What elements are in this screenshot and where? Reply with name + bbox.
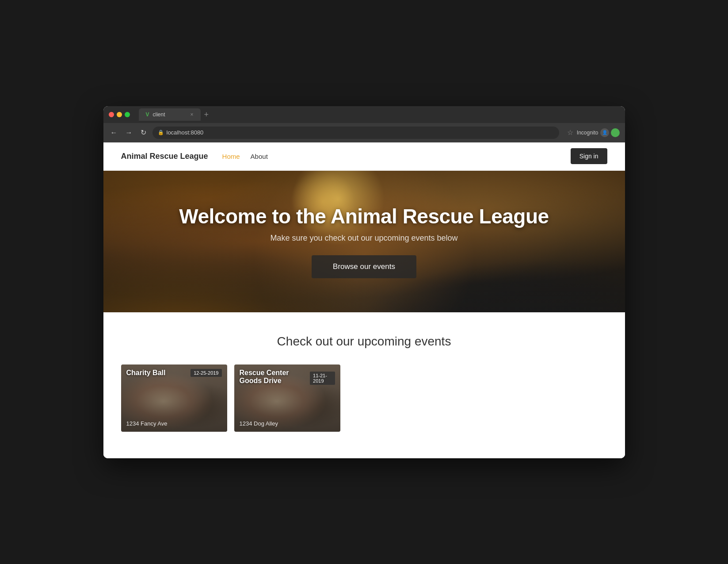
nav-link-home[interactable]: Home bbox=[222, 153, 240, 160]
incognito-label: Incognito bbox=[577, 130, 598, 136]
event-date-2: 11-21-2019 bbox=[310, 372, 335, 385]
events-grid: Charity Ball 12-25-2019 1234 Fancy Ave bbox=[121, 364, 607, 432]
event-top-row-1: Charity Ball 12-25-2019 bbox=[126, 369, 222, 377]
nav-left: Animal Rescue League Home About bbox=[121, 152, 268, 161]
tab-favicon-icon: V bbox=[146, 111, 149, 118]
maximize-button[interactable] bbox=[125, 112, 130, 117]
hero-title: Welcome to the Animal Rescue League bbox=[179, 204, 549, 228]
forward-button[interactable]: → bbox=[124, 127, 134, 138]
event-title-2: Rescue Center Goods Drive bbox=[240, 369, 310, 385]
event-address-1: 1234 Fancy Ave bbox=[126, 420, 168, 427]
refresh-button[interactable]: ↻ bbox=[139, 127, 148, 138]
minimize-button[interactable] bbox=[117, 112, 122, 117]
browser-tab[interactable]: V client × bbox=[139, 108, 201, 121]
site-logo: Animal Rescue League bbox=[121, 152, 208, 161]
website-content: Animal Rescue League Home About Sign in … bbox=[103, 142, 625, 458]
event-address-row-1: 1234 Fancy Ave bbox=[126, 419, 222, 427]
browser-titlebar: V client × + bbox=[103, 106, 625, 123]
event-card-goods-drive[interactable]: Rescue Center Goods Drive 11-21-2019 123… bbox=[234, 364, 340, 432]
event-top-row-2: Rescue Center Goods Drive 11-21-2019 bbox=[240, 369, 335, 385]
traffic-lights bbox=[109, 112, 130, 117]
address-bar[interactable]: 🔒 localhost:8080 bbox=[152, 127, 559, 139]
nav-link-about[interactable]: About bbox=[251, 153, 268, 160]
browser-window: V client × + ← → ↻ 🔒 localhost:8080 ☆ In… bbox=[103, 106, 625, 458]
hero-content: Welcome to the Animal Rescue League Make… bbox=[179, 204, 549, 278]
tab-title: client bbox=[153, 111, 165, 118]
event-date-1: 12-25-2019 bbox=[191, 369, 221, 377]
back-button[interactable]: ← bbox=[109, 127, 119, 138]
event-card-content-1: Charity Ball 12-25-2019 1234 Fancy Ave bbox=[121, 364, 227, 432]
events-heading: Check out our upcoming events bbox=[121, 334, 607, 349]
close-button[interactable] bbox=[109, 112, 114, 117]
hero-subtitle: Make sure you check out our upcoming eve… bbox=[179, 234, 549, 243]
url-display: localhost:8080 bbox=[167, 129, 204, 136]
incognito-area: Incognito 👤 bbox=[577, 128, 620, 137]
lock-icon: 🔒 bbox=[158, 130, 164, 135]
browse-events-button[interactable]: Browse our events bbox=[312, 255, 416, 278]
bookmark-icon[interactable]: ☆ bbox=[567, 128, 573, 137]
event-card-charity-ball[interactable]: Charity Ball 12-25-2019 1234 Fancy Ave bbox=[121, 364, 227, 432]
sign-in-button[interactable]: Sign in bbox=[571, 148, 607, 164]
events-section: Check out our upcoming events Charity Ba… bbox=[103, 312, 625, 458]
status-dot bbox=[611, 128, 620, 137]
hero-section: Welcome to the Animal Rescue League Make… bbox=[103, 171, 625, 312]
profile-icon[interactable]: 👤 bbox=[600, 128, 609, 137]
tab-area: V client × + bbox=[139, 108, 209, 121]
event-title-1: Charity Ball bbox=[126, 369, 166, 377]
event-address-row-2: 1234 Dog Alley bbox=[240, 419, 335, 427]
site-nav: Animal Rescue League Home About Sign in bbox=[103, 142, 625, 171]
toolbar-right: ☆ Incognito 👤 bbox=[567, 128, 620, 137]
browser-toolbar: ← → ↻ 🔒 localhost:8080 ☆ Incognito 👤 bbox=[103, 123, 625, 142]
new-tab-button[interactable]: + bbox=[204, 111, 209, 119]
event-address-2: 1234 Dog Alley bbox=[240, 420, 278, 427]
nav-links: Home About bbox=[222, 153, 268, 160]
event-card-content-2: Rescue Center Goods Drive 11-21-2019 123… bbox=[234, 364, 340, 432]
tab-close-icon[interactable]: × bbox=[190, 111, 193, 118]
profile-icon-symbol: 👤 bbox=[602, 130, 607, 135]
